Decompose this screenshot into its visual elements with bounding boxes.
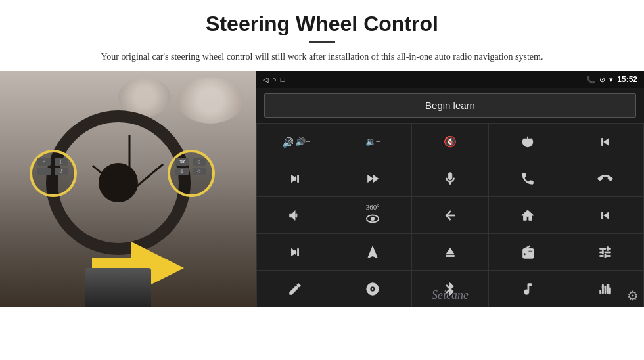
horn-button[interactable] <box>257 197 334 233</box>
spoke-right <box>92 165 129 196</box>
hang-up-button[interactable] <box>566 160 643 196</box>
begin-learn-row: Begin learn <box>256 88 644 123</box>
title-divider <box>309 41 335 43</box>
spoke-top <box>129 135 131 181</box>
svg-rect-4 <box>605 286 606 293</box>
nav-back-icon[interactable]: ◁ <box>263 76 268 84</box>
360-view-button[interactable]: 360° <box>334 197 411 233</box>
phone-call-button[interactable] <box>489 160 566 196</box>
page-title: Steering Wheel Control <box>39 12 605 36</box>
svg-rect-6 <box>609 288 610 293</box>
spoke-left <box>127 164 164 194</box>
skip-back-button[interactable] <box>566 197 643 233</box>
instrument-cluster <box>177 78 243 124</box>
next-track-button[interactable] <box>257 160 334 196</box>
svg-rect-3 <box>602 284 603 293</box>
svg-point-2 <box>371 217 375 221</box>
right-button-highlight: ☎ ◇ ⊕ ◇ <box>168 150 215 197</box>
music-button[interactable] <box>489 271 566 307</box>
subtitle-text: Your original car's steering wheel contr… <box>92 50 552 64</box>
nav-home-icon[interactable]: ○ <box>272 76 277 83</box>
navigation-button[interactable] <box>334 234 411 270</box>
gear-settings-button[interactable]: ⚙ <box>627 288 639 304</box>
left-button-highlight: + ⟨ − ↺ <box>30 150 77 197</box>
status-right: 📞 ⊙ ▾ 15:52 <box>586 75 637 84</box>
eject-button[interactable] <box>412 234 489 270</box>
home-button[interactable] <box>489 197 566 233</box>
power-button[interactable] <box>489 124 566 160</box>
vol-up-button[interactable]: 🔊 🔊+ <box>257 124 334 160</box>
phone-status-icon: 📞 <box>586 76 595 84</box>
cd-button[interactable] <box>334 271 411 307</box>
nav-square-icon[interactable]: □ <box>281 76 285 83</box>
wheel-column <box>85 268 151 307</box>
phone-prev-button[interactable] <box>566 124 643 160</box>
svg-text:🔊: 🔊 <box>282 136 294 148</box>
controls-grid: 🔊 🔊+ 🔉− 🔇 <box>256 123 644 307</box>
wifi-icon: ▾ <box>609 76 613 84</box>
android-display: ◁ ○ □ 📞 ⊙ ▾ 15:52 Begin learn 🔊 🔊+ 🔉 <box>256 71 644 307</box>
svg-rect-7 <box>599 290 601 294</box>
svg-rect-5 <box>607 284 608 293</box>
pen-button[interactable] <box>257 271 334 307</box>
skip-forward-button[interactable] <box>257 234 334 270</box>
begin-learn-button[interactable]: Begin learn <box>264 93 636 118</box>
status-bar: ◁ ○ □ 📞 ⊙ ▾ 15:52 <box>256 71 644 88</box>
sliders-button[interactable] <box>566 234 643 270</box>
mic-button[interactable] <box>412 160 489 196</box>
location-icon: ⊙ <box>599 76 605 84</box>
content-row: + ⟨ − ↺ ☎ ◇ ⊕ ◇ ◁ ○ <box>0 71 644 307</box>
steering-wheel-image: + ⟨ − ↺ ☎ ◇ ⊕ ◇ <box>0 71 256 307</box>
header-section: Steering Wheel Control Your original car… <box>0 0 644 71</box>
fast-forward-button[interactable] <box>334 160 411 196</box>
vol-down-button[interactable]: 🔉− <box>334 124 411 160</box>
back-button[interactable] <box>412 197 489 233</box>
nav-icons: ◁ ○ □ <box>263 76 285 84</box>
mute-button[interactable]: 🔇 <box>412 124 489 160</box>
radio-button[interactable] <box>489 234 566 270</box>
status-time: 15:52 <box>617 75 637 84</box>
bluetooth-button[interactable] <box>412 271 489 307</box>
